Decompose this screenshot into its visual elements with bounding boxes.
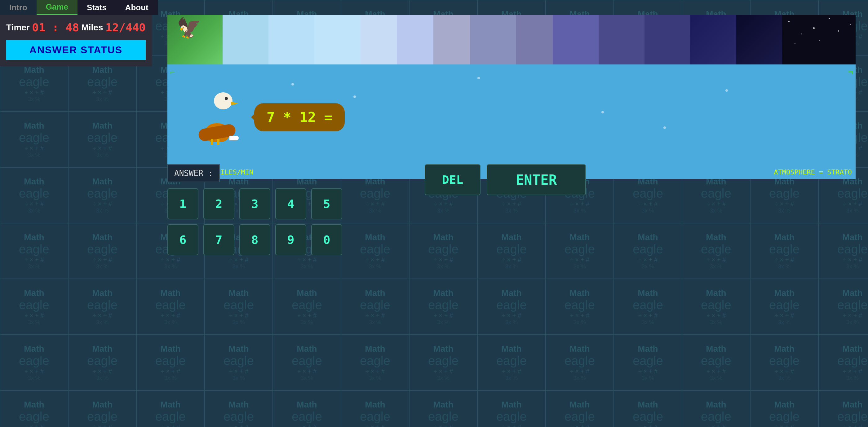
- bg-tile: Math eagle ÷ × + # 3x %: [477, 390, 546, 427]
- answer-label: ANSWER :: [167, 164, 220, 182]
- speech-bubble: 7 * 12 =: [254, 103, 345, 131]
- bg-tile: Math eagle ÷ × + # 3x %: [0, 390, 68, 427]
- bg-tile: Math eagle ÷ × + # 3x %: [205, 279, 273, 335]
- bg-tile: Math eagle ÷ × + # 3x %: [682, 223, 750, 279]
- bg-tile: Math eagle ÷ × + # 3x %: [0, 167, 68, 223]
- bg-tile: Math eagle ÷ × + # 3x %: [136, 390, 205, 427]
- bg-tile: Math eagle ÷ × + # 3x %: [0, 111, 68, 167]
- answer-status-text: ANSWER STATUS: [29, 44, 122, 56]
- eagle-with-bubble: 7 * 12 =: [198, 89, 345, 145]
- tab-intro[interactable]: Intro: [0, 0, 37, 15]
- bg-tile: Math eagle ÷ × + # 3x %: [682, 390, 750, 427]
- numpad-row-2: 6 7 8 9 0: [167, 224, 342, 255]
- timer-miles-row: Timer 01 : 48 Miles 12/440: [6, 21, 146, 34]
- bg-tile: Math eagle ÷ × + # 3x %: [750, 335, 818, 390]
- bg-tile: Math eagle ÷ × + # 3x %: [68, 167, 136, 223]
- bg-tile: Math eagle ÷ × + # 3x %: [818, 390, 868, 427]
- sky-segment-8: [516, 15, 553, 64]
- bg-tile: Math eagle ÷ × + # 3x %: [0, 335, 68, 390]
- sky-segment-5: [397, 15, 433, 64]
- math-question: 7 * 12 =: [267, 109, 332, 125]
- tab-stats[interactable]: Stats: [78, 0, 116, 15]
- star-3: [477, 77, 480, 79]
- numpad: 1 2 3 4 5 6 7 8 9 0: [167, 188, 342, 255]
- eagle-banner-icon: 🦅: [177, 17, 202, 40]
- tab-game[interactable]: Game: [37, 0, 78, 15]
- num-btn-0[interactable]: 0: [311, 224, 342, 255]
- sky-segment-6: [433, 15, 470, 64]
- bg-tile: Math eagle ÷ × + # 3x %: [0, 279, 68, 335]
- bg-tile: Math eagle ÷ × + # 3x %: [68, 111, 136, 167]
- bg-tile: Math eagle ÷ × + # 3x %: [614, 335, 682, 390]
- num-btn-7[interactable]: 7: [204, 224, 235, 255]
- miles-value: 12/440: [105, 21, 146, 34]
- bg-tile: Math eagle ÷ × + # 3x %: [136, 335, 205, 390]
- bg-tile: Math eagle ÷ × + # 3x %: [341, 279, 409, 335]
- num-btn-9[interactable]: 9: [275, 224, 306, 255]
- bg-tile: Math eagle ÷ × + # 3x %: [477, 279, 546, 335]
- num-btn-5[interactable]: 5: [311, 188, 342, 219]
- num-btn-4[interactable]: 4: [275, 188, 306, 219]
- bg-tile: Math eagle ÷ × + # 3x %: [273, 335, 341, 390]
- bg-tile: Math eagle ÷ × + # 3x %: [614, 279, 682, 335]
- viewport-corner-tr: ¬: [848, 67, 853, 77]
- bg-tile: Math eagle ÷ × + # 3x %: [409, 390, 477, 427]
- bg-tile: Math eagle ÷ × + # 3x %: [273, 279, 341, 335]
- bg-tile: Math eagle ÷ × + # 3x %: [682, 279, 750, 335]
- timer-label: Timer: [6, 23, 30, 33]
- bg-tile: Math eagle ÷ × + # 3x %: [818, 223, 868, 279]
- bg-tile: Math eagle ÷ × + # 3x %: [750, 390, 818, 427]
- answer-status-bar: ANSWER STATUS: [6, 40, 146, 60]
- num-btn-3[interactable]: 3: [239, 188, 270, 219]
- miles-label: Miles: [81, 23, 103, 33]
- num-btn-2[interactable]: 2: [204, 188, 235, 219]
- sky-segment-9: [553, 15, 599, 64]
- bg-tile: Math eagle ÷ × + # 3x %: [614, 223, 682, 279]
- num-btn-8[interactable]: 8: [239, 224, 270, 255]
- bg-tile: Math eagle ÷ × + # 3x %: [409, 279, 477, 335]
- bg-tile: Math eagle ÷ × + # 3x %: [0, 223, 68, 279]
- sky-segment-13: [736, 15, 782, 64]
- bg-tile: Math eagle ÷ × + # 3x %: [273, 390, 341, 427]
- atmosphere-label: ATMOSPHERE = STRATO: [774, 168, 852, 176]
- bg-tile: Math eagle ÷ × + # 3x %: [409, 335, 477, 390]
- star-5: [725, 89, 728, 92]
- sky-segment-7: [470, 15, 516, 64]
- bg-tile: Math eagle ÷ × + # 3x %: [682, 335, 750, 390]
- star-6: [663, 126, 666, 129]
- star-1: [291, 83, 294, 86]
- bg-tile: Math eagle ÷ × + # 3x %: [68, 223, 136, 279]
- answer-label-row: ANSWER :: [167, 164, 342, 182]
- bg-tile: Math eagle ÷ × + # 3x %: [546, 223, 614, 279]
- bg-tile: Math eagle ÷ × + # 3x %: [68, 335, 136, 390]
- bg-tile: Math eagle ÷ × + # 3x %: [136, 279, 205, 335]
- num-btn-6[interactable]: 6: [167, 224, 198, 255]
- num-btn-1[interactable]: 1: [167, 188, 198, 219]
- sky-segment-4: [360, 15, 397, 64]
- numpad-row-1: 1 2 3 4 5: [167, 188, 342, 219]
- bg-tile: Math eagle ÷ × + # 3x %: [205, 390, 273, 427]
- sky-banner: 🦅: [167, 15, 856, 64]
- game-area: 🦅 ⌐ ¬: [167, 15, 856, 179]
- bg-tile: Math eagle ÷ × + # 3x %: [341, 390, 409, 427]
- tab-about[interactable]: About: [116, 0, 158, 15]
- star-4: [601, 111, 604, 113]
- action-buttons: DEL ENTER: [425, 164, 586, 195]
- timer-value: 01 : 48: [32, 21, 79, 34]
- bg-tile: Math eagle ÷ × + # 3x %: [409, 223, 477, 279]
- star-2: [353, 95, 356, 98]
- bg-tile: Math eagle ÷ × + # 3x %: [341, 335, 409, 390]
- bg-tile: Math eagle ÷ × + # 3x %: [477, 335, 546, 390]
- sky-segment-11: [645, 15, 690, 64]
- bg-tile: Math eagle ÷ × + # 3x %: [341, 223, 409, 279]
- enter-button[interactable]: ENTER: [487, 164, 586, 195]
- bg-tile: Math eagle ÷ × + # 3x %: [750, 223, 818, 279]
- eagle-sprite: [198, 89, 248, 145]
- sky-segment-12: [690, 15, 736, 64]
- bg-tile: Math eagle ÷ × + # 3x %: [546, 335, 614, 390]
- bg-tile: Math eagle ÷ × + # 3x %: [477, 223, 546, 279]
- del-button[interactable]: DEL: [425, 164, 480, 195]
- game-viewport: ⌐ ¬: [167, 64, 856, 179]
- bg-tile: Math eagle ÷ × + # 3x %: [818, 335, 868, 390]
- sky-segment-space: [782, 15, 856, 64]
